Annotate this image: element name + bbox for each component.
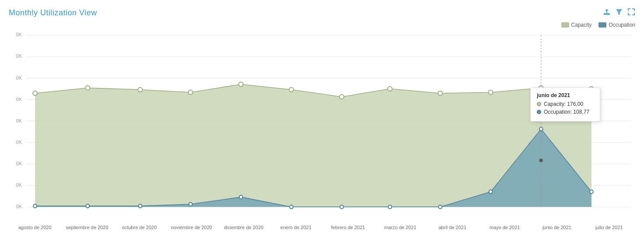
expand-icon[interactable] <box>627 8 635 17</box>
svg-text:0K: 0K <box>16 53 22 59</box>
x-axis-labels: agosto de 2020 septiembre de 2020 octubr… <box>9 223 635 230</box>
svg-point-35 <box>589 87 594 91</box>
svg-point-28 <box>239 82 243 87</box>
legend-capacity: Capacity <box>561 22 592 28</box>
svg-text:0K: 0K <box>16 139 22 145</box>
svg-point-33 <box>489 90 493 94</box>
legend-occupation: Occupation <box>598 22 635 28</box>
x-label-6: febrero de 2021 <box>322 225 374 230</box>
svg-point-37 <box>33 204 37 208</box>
x-label-3: noviembre de 2020 <box>165 225 217 230</box>
legend-area: Capacity Occupation <box>9 22 635 28</box>
svg-point-31 <box>388 87 392 91</box>
occupation-swatch <box>598 22 606 28</box>
svg-marker-2 <box>605 9 609 11</box>
svg-point-26 <box>138 87 142 92</box>
chart-title: Monthly Utilization View <box>9 8 97 17</box>
export-icon[interactable] <box>603 8 611 17</box>
svg-point-32 <box>438 91 442 95</box>
svg-point-24 <box>33 91 37 95</box>
svg-point-30 <box>340 94 344 99</box>
x-label-1: septiembre de 2020 <box>61 225 113 230</box>
x-label-2: octubre de 2020 <box>113 225 165 230</box>
occupation-label: Occupation <box>609 22 635 28</box>
svg-point-38 <box>86 204 89 208</box>
svg-point-25 <box>85 86 90 90</box>
svg-point-42 <box>290 205 293 209</box>
svg-point-48 <box>590 190 593 193</box>
svg-text:0K: 0K <box>16 32 22 37</box>
capacity-label: Capacity <box>571 22 592 28</box>
chart-area: 0K 0K 0K 0K 0K 0K 0K 0K 0K <box>9 31 635 223</box>
x-label-4: diciembre de 2020 <box>217 225 270 230</box>
chart-toolbar <box>603 8 635 17</box>
svg-point-50 <box>539 159 543 162</box>
x-label-11: julio de 2021 <box>583 225 635 230</box>
svg-point-41 <box>239 195 243 199</box>
svg-text:0K: 0K <box>16 204 22 209</box>
svg-marker-4 <box>616 9 622 14</box>
svg-point-44 <box>388 205 392 209</box>
x-label-0: agosto de 2020 <box>9 225 61 230</box>
svg-point-40 <box>189 202 192 206</box>
main-chart-svg: 0K 0K 0K 0K 0K 0K 0K 0K 0K <box>9 31 635 223</box>
svg-point-46 <box>489 190 493 193</box>
capacity-swatch <box>561 22 569 28</box>
x-label-9: mayo de 2021 <box>479 225 531 230</box>
svg-text:0K: 0K <box>16 97 22 102</box>
svg-point-27 <box>189 90 193 94</box>
svg-point-29 <box>289 87 294 92</box>
svg-point-43 <box>340 205 343 209</box>
svg-rect-3 <box>604 14 610 15</box>
svg-text:0K: 0K <box>16 182 22 188</box>
x-label-8: abril de 2021 <box>427 225 479 230</box>
x-label-7: marzo de 2021 <box>374 225 426 230</box>
x-label-10: junio de 2021 <box>531 225 583 230</box>
svg-text:0K: 0K <box>16 161 22 166</box>
svg-text:0K: 0K <box>16 118 22 123</box>
svg-point-45 <box>438 205 442 209</box>
svg-point-39 <box>138 204 142 208</box>
x-label-5: enero de 2021 <box>270 225 322 230</box>
chart-header: Monthly Utilization View <box>9 8 635 17</box>
svg-rect-0 <box>604 13 610 14</box>
filter-icon[interactable] <box>615 8 623 17</box>
svg-text:0K: 0K <box>16 75 22 80</box>
chart-container: Monthly Utilization View <box>0 0 644 244</box>
